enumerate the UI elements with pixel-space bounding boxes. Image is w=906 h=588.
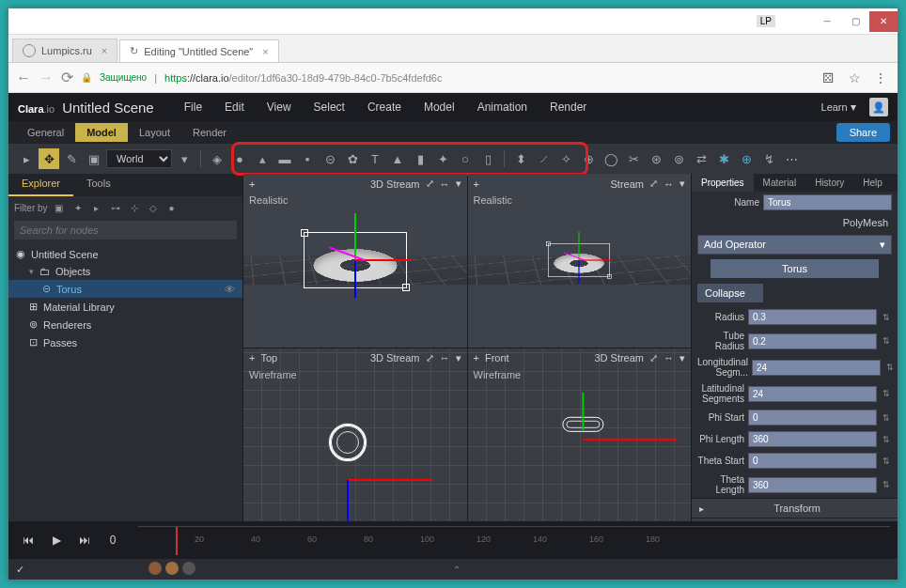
- filter-link-icon[interactable]: ⊶: [108, 200, 123, 215]
- tool-weld-icon[interactable]: ⊛: [646, 148, 666, 169]
- prop-input[interactable]: [752, 360, 881, 376]
- history-tab[interactable]: History: [805, 174, 853, 192]
- tool-sub-icon[interactable]: ↯: [758, 148, 779, 169]
- user-avatar[interactable]: 👤: [869, 98, 888, 116]
- material-tab[interactable]: Material: [754, 174, 806, 192]
- close-tab-icon[interactable]: ×: [262, 46, 268, 57]
- menu-icon[interactable]: ⋮: [871, 70, 890, 85]
- viewport-top[interactable]: +Top3D Stream ⤢ ↔ ▾ Wireframe: [243, 348, 467, 522]
- maximize-button[interactable]: ▢: [841, 11, 869, 32]
- filter-mat-icon[interactable]: ●: [164, 200, 180, 215]
- arrows-icon[interactable]: ↔: [664, 352, 674, 364]
- share-button[interactable]: Share: [836, 123, 890, 142]
- expand-icon[interactable]: ⤢: [426, 352, 434, 364]
- menu-file[interactable]: File: [173, 101, 213, 114]
- tool-inset-icon[interactable]: ✧: [555, 148, 576, 169]
- tool-smooth-icon[interactable]: ⊚: [668, 148, 689, 169]
- url-field[interactable]: https://clara.io/editor/1df6a30-18d9-479…: [164, 71, 811, 85]
- prim-icosphere-icon[interactable]: ✦: [432, 148, 453, 169]
- arrows-icon[interactable]: ↔: [440, 178, 450, 190]
- tool-cut-icon[interactable]: ✂: [623, 148, 644, 169]
- tool-loop-icon[interactable]: ◯: [601, 148, 621, 169]
- tool-mirror-icon[interactable]: ⇄: [691, 148, 711, 169]
- menu-model[interactable]: Model: [413, 101, 466, 114]
- skip-end-icon[interactable]: ⏭: [72, 530, 97, 550]
- prim-pyramid-icon[interactable]: ▲: [387, 148, 408, 169]
- explorer-tab[interactable]: Explorer: [8, 174, 73, 196]
- minimize-button[interactable]: ─: [813, 11, 841, 32]
- add-operator-dropdown[interactable]: Add Operator▾: [697, 235, 892, 255]
- tab-layout[interactable]: Layout: [128, 123, 181, 142]
- coord-space-select[interactable]: World: [106, 149, 172, 168]
- viewport-front[interactable]: +Front3D Stream ⤢ ↔ ▾ Wireframe: [468, 348, 692, 522]
- tool-bridge-icon[interactable]: ⊕: [578, 148, 599, 169]
- prim-torus-icon[interactable]: ⊝: [320, 148, 340, 169]
- star-icon[interactable]: ☆: [845, 70, 864, 85]
- tab-lumpics[interactable]: Lumpics.ru ×: [12, 39, 117, 62]
- properties-tab[interactable]: Properties: [692, 174, 754, 192]
- search-input[interactable]: [14, 221, 237, 240]
- tab-clara[interactable]: ↻ Editing "Untitled Scene" ×: [119, 39, 278, 62]
- node-passes[interactable]: ⊡Passes: [8, 333, 242, 351]
- view-mode-label[interactable]: Wireframe: [249, 369, 297, 380]
- visibility-icon[interactable]: 👁: [225, 284, 235, 295]
- select-tool-icon[interactable]: ▸: [16, 148, 37, 169]
- collapse-button[interactable]: Collapse: [697, 284, 763, 302]
- menu-view[interactable]: View: [256, 101, 303, 114]
- view-mode-label[interactable]: Realistic: [249, 194, 289, 206]
- prop-input[interactable]: [748, 410, 877, 426]
- prop-input[interactable]: [748, 431, 877, 447]
- node-torus[interactable]: ⊝Torus👁: [8, 280, 242, 298]
- prim-capsule-icon[interactable]: ▯: [477, 148, 498, 169]
- prim-sphere-icon[interactable]: ●: [229, 148, 250, 169]
- forward-icon[interactable]: →: [39, 70, 54, 86]
- prop-input[interactable]: [748, 477, 877, 493]
- filter-mesh-icon[interactable]: ▣: [52, 200, 67, 215]
- menu-select[interactable]: Select: [303, 101, 356, 114]
- spinner-icon[interactable]: ⇅: [881, 456, 892, 466]
- filter-cam-icon[interactable]: ▸: [89, 200, 104, 215]
- node-scene[interactable]: ◉Untitled Scene: [8, 245, 242, 263]
- spinner-icon[interactable]: ⇅: [881, 413, 892, 423]
- menu-edit[interactable]: Edit: [213, 101, 256, 114]
- chevron-up-icon[interactable]: ⌃: [453, 565, 461, 575]
- node-renderers[interactable]: ⊚Renderers: [8, 316, 242, 333]
- prim-plane-icon[interactable]: ▪: [297, 148, 318, 169]
- section-transform[interactable]: ▸Transform: [692, 498, 898, 518]
- menu-render[interactable]: Render: [539, 101, 598, 114]
- expand-icon[interactable]: ⤢: [426, 178, 434, 190]
- prim-cylinder-icon[interactable]: ▬: [274, 148, 295, 169]
- reload-icon[interactable]: ⟳: [61, 69, 73, 86]
- learn-menu[interactable]: Learn ▾: [821, 101, 856, 114]
- expand-icon[interactable]: ⤢: [649, 178, 658, 190]
- tab-render[interactable]: Render: [181, 123, 238, 142]
- timeline-cursor[interactable]: [176, 527, 178, 555]
- prim-circle-icon[interactable]: ○: [455, 148, 476, 169]
- view-mode-label[interactable]: Wireframe: [474, 369, 522, 380]
- expand-icon[interactable]: ⤢: [649, 352, 658, 364]
- tab-general[interactable]: General: [16, 123, 75, 142]
- move-tool-icon[interactable]: ✥: [39, 148, 59, 169]
- filter-bone-icon[interactable]: ⊹: [127, 200, 142, 215]
- node-objects[interactable]: ▾🗀Objects: [8, 263, 242, 280]
- spinner-icon[interactable]: ⇅: [881, 435, 892, 444]
- dropdown-icon[interactable]: ▾: [174, 148, 195, 169]
- prop-input[interactable]: [748, 333, 877, 349]
- menu-animation[interactable]: Animation: [466, 101, 539, 114]
- skip-start-icon[interactable]: ⏮: [16, 530, 40, 550]
- prop-input[interactable]: [748, 453, 877, 469]
- node-matlib[interactable]: ⊞Material Library: [8, 298, 242, 316]
- scale-tool-icon[interactable]: ▣: [84, 148, 104, 169]
- prop-input[interactable]: [748, 386, 877, 402]
- operator-torus[interactable]: Torus: [711, 259, 879, 278]
- tool-more-icon[interactable]: ⋯: [781, 148, 802, 169]
- spinner-icon[interactable]: ⇅: [884, 363, 896, 372]
- rotate-tool-icon[interactable]: ✎: [61, 148, 82, 169]
- help-tab[interactable]: Help: [853, 174, 892, 192]
- spinner-icon[interactable]: ⇅: [881, 336, 892, 346]
- arrows-icon[interactable]: ↔: [664, 178, 674, 190]
- viewport-persp-1[interactable]: +3D Stream ⤢ ↔ ▾ Realistic: [243, 174, 467, 348]
- spinner-icon[interactable]: ⇅: [881, 480, 892, 489]
- prim-knot-icon[interactable]: ✿: [342, 148, 363, 169]
- tool-bool-icon[interactable]: ✱: [713, 148, 734, 169]
